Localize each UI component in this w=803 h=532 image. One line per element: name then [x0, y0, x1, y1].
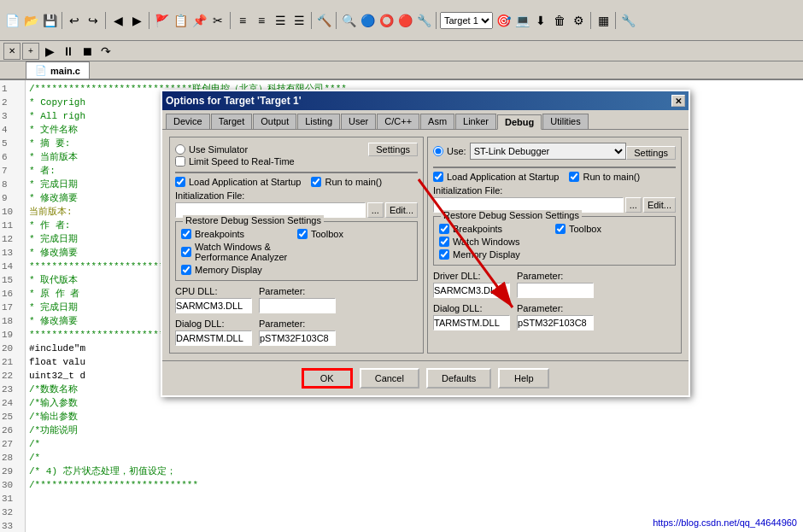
tab-utilities[interactable]: Utilities [542, 114, 588, 129]
limit-speed-label[interactable]: Limit Speed to Real-Time [175, 156, 418, 167]
options-dialog[interactable]: Options for Target 'Target 1' ✕ Device T… [161, 90, 690, 397]
toolbox-label-left[interactable]: Toolbox [297, 229, 412, 239]
tab-cpp[interactable]: C/C++ [377, 114, 419, 129]
watch-windows-cb-right[interactable] [439, 237, 449, 247]
tab-asm[interactable]: Asm [420, 114, 454, 129]
forward-icon[interactable]: ▶ [128, 12, 145, 29]
cancel-button[interactable]: Cancel [360, 368, 419, 389]
tab-user[interactable]: User [341, 114, 376, 129]
watch-windows-label-right[interactable]: Watch Windows [439, 237, 554, 247]
load-app-checkbox[interactable] [175, 177, 185, 187]
breakpoints-cb-left[interactable] [181, 229, 191, 239]
run-icon[interactable]: ▶ [41, 43, 58, 60]
paste-icon[interactable]: 📌 [190, 12, 208, 29]
toolbox-cb-right[interactable] [555, 224, 566, 234]
tab-device[interactable]: Device [166, 114, 210, 129]
step-over-icon[interactable]: ↷ [97, 43, 114, 60]
erase-icon[interactable]: 🗑 [551, 12, 568, 29]
defaults-button[interactable]: Defaults [426, 368, 491, 389]
cpu-dll-input-left[interactable] [175, 298, 252, 313]
dialog-param-input-left[interactable] [259, 330, 336, 346]
cut-icon[interactable]: ✂ [209, 12, 226, 29]
memory-display-cb-right[interactable] [439, 249, 449, 260]
list2-icon[interactable]: ☰ [290, 12, 308, 29]
build-icon[interactable]: 🔨 [315, 12, 332, 29]
dialog-param-input-right[interactable] [517, 315, 594, 330]
watch-windows-label-left[interactable]: Watch Windows & Performance Analyzer [181, 242, 296, 262]
list-icon[interactable]: ☰ [272, 12, 289, 29]
dialog-dll-input-right[interactable] [433, 315, 510, 330]
use-select-right[interactable]: ST-Link Debugger [470, 143, 627, 160]
tab-debug[interactable]: Debug [497, 114, 542, 130]
right-settings-button[interactable]: Settings [626, 146, 676, 160]
align-left-icon[interactable]: ≡ [234, 12, 251, 29]
undo-icon[interactable]: ↩ [66, 12, 83, 29]
stop2-icon[interactable]: ⏹ [79, 43, 96, 60]
circle-icon[interactable]: ⭕ [378, 12, 395, 29]
use-radio-right[interactable] [433, 146, 443, 156]
cpu-param-label-left: Parameter: [259, 286, 336, 296]
help-button[interactable]: Help [498, 368, 549, 389]
tab-main-c[interactable]: 📄 main.c [26, 61, 90, 79]
target-icon[interactable]: 🎯 [495, 12, 512, 29]
redo-icon[interactable]: ↪ [85, 12, 102, 29]
tab-listing[interactable]: Listing [297, 114, 340, 129]
align-center-icon[interactable]: ≡ [253, 12, 270, 29]
settings-icon[interactable]: ⚙ [570, 12, 587, 29]
open-icon[interactable]: 📂 [22, 12, 39, 29]
checkboxes-right: Breakpoints Watch Windows Memory Display [439, 224, 670, 260]
download-icon[interactable]: ⬇ [532, 12, 549, 29]
load-app-label[interactable]: Load Application at Startup [175, 177, 301, 187]
memory-display-label-left[interactable]: Memory Display [181, 265, 296, 275]
dialog-dll-input-left[interactable] [175, 330, 252, 346]
chip-icon[interactable]: 💻 [513, 12, 530, 29]
cpu-param-input-left[interactable] [259, 298, 336, 313]
secondary-toolbar: ✕ + ▶ ⏸ ⏹ ↷ [0, 41, 803, 61]
debug-icon[interactable]: 🔵 [359, 12, 376, 29]
options-icon[interactable]: 🔧 [619, 12, 636, 29]
memory-display-label-right[interactable]: Memory Display [439, 249, 554, 260]
tab-target[interactable]: Target [211, 114, 253, 129]
search-icon[interactable]: 🔍 [340, 12, 357, 29]
pause-icon[interactable]: ⏸ [60, 43, 77, 60]
wrench-icon[interactable]: 🔧 [415, 12, 432, 29]
new-icon[interactable]: 📄 [3, 12, 21, 29]
run-to-main-cb-right[interactable] [569, 172, 579, 182]
edit-btn-left[interactable]: Edit... [385, 202, 418, 218]
copy-icon[interactable]: 📋 [172, 12, 189, 29]
stop-icon[interactable]: 🔴 [396, 12, 413, 29]
driver-dll-input-right[interactable] [433, 283, 510, 298]
left-settings-button[interactable]: Settings [368, 143, 418, 156]
edit-btn-right[interactable]: Edit... [643, 197, 676, 213]
breakpoints-label-right[interactable]: Breakpoints [439, 224, 554, 234]
save-icon[interactable]: 💾 [41, 12, 58, 29]
dialog-close-button[interactable]: ✕ [671, 95, 685, 107]
run-to-main-checkbox[interactable] [311, 177, 321, 187]
simulator-radio[interactable] [175, 144, 185, 155]
browse-btn-right[interactable]: ... [625, 197, 642, 213]
breakpoints-label-left[interactable]: Breakpoints [181, 229, 296, 239]
ok-button[interactable]: OK [302, 368, 353, 389]
grid-icon[interactable]: ▦ [595, 12, 612, 29]
toolbox-cb-left[interactable] [297, 229, 308, 239]
tab-linker[interactable]: Linker [455, 114, 496, 129]
browse-btn-left[interactable]: ... [367, 202, 384, 218]
load-app-cb-right[interactable] [433, 172, 443, 182]
driver-param-input-right[interactable] [517, 283, 594, 298]
tab-output[interactable]: Output [253, 114, 296, 129]
use-label-right: Use: [447, 146, 466, 156]
run-to-main-label[interactable]: Run to main() [311, 177, 382, 187]
load-app-label-right[interactable]: Load Application at Startup [433, 172, 559, 182]
flag-icon[interactable]: 🚩 [153, 12, 170, 29]
breakpoints-cb-right[interactable] [439, 224, 449, 234]
expand-btn[interactable]: + [22, 43, 39, 60]
toolbox-label-right[interactable]: Toolbox [555, 224, 670, 234]
limit-speed-checkbox[interactable] [175, 156, 185, 167]
target-select[interactable]: Target 1 [440, 12, 493, 29]
run-to-main-label-right[interactable]: Run to main() [569, 172, 640, 182]
close-project-btn[interactable]: ✕ [3, 43, 21, 60]
watch-windows-cb-left[interactable] [181, 247, 191, 257]
memory-display-cb-left[interactable] [181, 265, 191, 275]
back-icon[interactable]: ◀ [109, 12, 126, 29]
simulator-radio-label[interactable]: Use Simulator [175, 144, 248, 155]
